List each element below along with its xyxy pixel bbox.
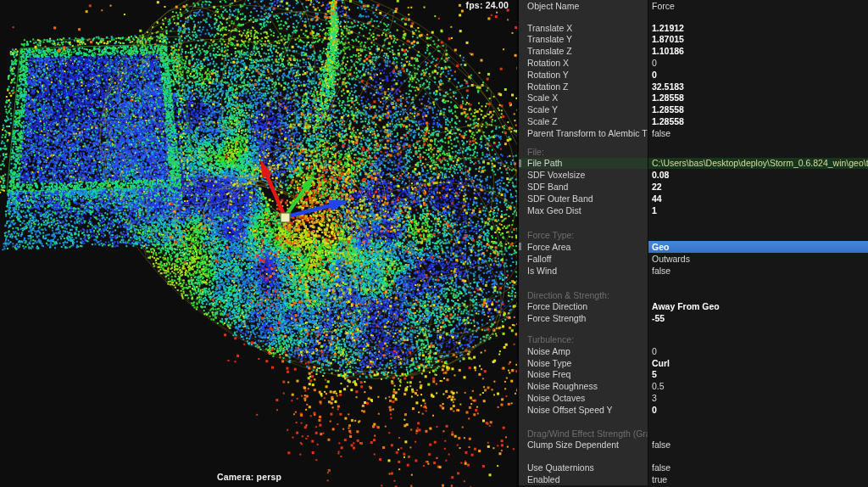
property-row-rotation-z[interactable]: Rotation Z32.5183: [519, 81, 868, 92]
spacer-label-column: [519, 277, 648, 289]
property-value[interactable]: 1.28558: [648, 104, 868, 115]
property-label: Noise Octaves: [519, 392, 648, 404]
property-row-force-strength[interactable]: Force Strength-55: [519, 312, 868, 324]
row-spacer: [519, 277, 868, 289]
row-spacer: [519, 12, 868, 22]
property-value[interactable]: true: [648, 473, 868, 485]
property-value[interactable]: -55: [648, 312, 868, 324]
property-row-is-wind[interactable]: Is Windfalse: [519, 265, 868, 277]
property-label: File Path: [519, 158, 648, 170]
property-row-parent-transform-to-alembic-trans[interactable]: Parent Transform to Alembic Trans...fals…: [519, 127, 868, 139]
property-value[interactable]: 0.5: [648, 380, 868, 392]
property-value[interactable]: false: [648, 127, 868, 139]
property-value[interactable]: Geo: [648, 241, 868, 253]
property-value[interactable]: 0.08: [648, 169, 868, 181]
property-row-sdf-outer-band[interactable]: SDF Outer Band44: [519, 193, 868, 204]
property-row-noise-amp[interactable]: Noise Amp0: [519, 345, 868, 357]
property-value[interactable]: Curl: [648, 357, 868, 369]
property-label: File:: [519, 146, 648, 158]
property-value[interactable]: 1.87015: [648, 34, 868, 46]
property-row-force-direction[interactable]: Force DirectionAway From Geo: [519, 301, 868, 313]
property-row-noise-offset-speed-y[interactable]: Noise Offset Speed Y0: [519, 404, 868, 416]
property-value[interactable]: 3: [648, 392, 868, 404]
property-row-noise-freq[interactable]: Noise Freq5: [519, 369, 868, 381]
property-row-clump-size-dependent[interactable]: Clump Size Dependentfalse: [519, 439, 868, 451]
property-label: Scale X: [519, 92, 648, 104]
property-row-object-name[interactable]: Object NameForce: [519, 0, 868, 12]
property-label: Object Name: [519, 0, 648, 12]
property-label: Max Geo Dist: [519, 204, 648, 216]
property-row-sdf-voxelsize[interactable]: SDF Voxelsize0.08: [519, 169, 868, 181]
row-spacer: [519, 139, 868, 146]
property-label: Noise Freq: [519, 369, 648, 381]
viewport-canvas[interactable]: [0, 0, 517, 487]
property-label: Falloff: [519, 253, 648, 265]
property-value[interactable]: 1: [648, 204, 868, 216]
property-value[interactable]: 0: [648, 69, 868, 81]
property-value[interactable]: 5: [648, 369, 868, 381]
property-row-translate-z[interactable]: Translate Z1.10186: [519, 45, 868, 57]
property-label: Is Wind: [519, 265, 648, 277]
spacer-label-column: [519, 139, 648, 146]
property-row-noise-roughness[interactable]: Noise Roughness0.5: [519, 380, 868, 392]
property-label: Translate X: [519, 22, 648, 34]
property-label: Turbulence:: [519, 333, 648, 345]
section-header-force-type: Force Type:: [519, 230, 868, 242]
property-label: Noise Amp: [519, 345, 648, 357]
property-value[interactable]: false: [648, 462, 868, 473]
spacer-label-column: [519, 12, 648, 22]
property-row-falloff[interactable]: FalloffOutwards: [519, 253, 868, 265]
section-header-file: File:: [519, 146, 868, 158]
property-value[interactable]: C:\Users\bas\Desktop\deploy\Storm_0.6.82…: [648, 158, 868, 170]
property-value[interactable]: 22: [648, 181, 868, 193]
property-row-enabled[interactable]: Enabledtrue: [519, 473, 868, 485]
property-row-scale-x[interactable]: Scale X1.28558: [519, 92, 868, 104]
viewport-3d: fps: 24.00 Camera: persp: [0, 0, 517, 487]
spacer-value-column: [648, 324, 868, 333]
property-value[interactable]: false: [648, 265, 868, 277]
property-value[interactable]: 0: [648, 404, 868, 416]
property-value[interactable]: Outwards: [648, 253, 868, 265]
property-row-max-geo-dist[interactable]: Max Geo Dist1: [519, 204, 868, 216]
spacer-value-column: [648, 216, 868, 230]
property-row-noise-octaves[interactable]: Noise Octaves3: [519, 392, 868, 404]
property-value[interactable]: 1.28558: [648, 115, 868, 127]
property-label: Parent Transform to Alembic Trans...: [519, 127, 648, 139]
property-label: SDF Voxelsize: [519, 169, 648, 181]
property-row-rotation-x[interactable]: Rotation X0: [519, 57, 868, 69]
property-row-translate-y[interactable]: Translate Y1.87015: [519, 34, 868, 46]
row-spacer: [519, 451, 868, 462]
property-value[interactable]: 1.28558: [648, 92, 868, 104]
property-row-scale-z[interactable]: Scale Z1.28558: [519, 115, 868, 127]
property-value[interactable]: 1.10186: [648, 45, 868, 57]
property-row-force-area[interactable]: Force AreaGeo: [519, 241, 868, 253]
property-value[interactable]: 0: [648, 57, 868, 69]
property-value[interactable]: 1.21912: [648, 22, 868, 34]
property-label: Noise Type: [519, 357, 648, 369]
property-row-sdf-band[interactable]: SDF Band22: [519, 181, 868, 193]
camera-label: Camera: persp: [217, 472, 281, 482]
fps-counter: fps: 24.00: [466, 0, 509, 10]
section-header-drag-wind-effect-strength-granu: Drag/Wind Effect Strength (Granu...: [519, 428, 868, 439]
property-value[interactable]: Away From Geo: [648, 301, 868, 313]
row-spacer: [519, 324, 868, 333]
spacer-value-column: [648, 277, 868, 289]
property-value[interactable]: 32.5183: [648, 81, 868, 92]
property-rows: Object NameForceTranslate X1.21912Transl…: [519, 0, 868, 487]
property-label: Scale Y: [519, 104, 648, 115]
property-value[interactable]: 44: [648, 193, 868, 204]
property-value[interactable]: 0: [648, 345, 868, 357]
property-row-scale-y[interactable]: Scale Y1.28558: [519, 104, 868, 115]
property-row-noise-type[interactable]: Noise TypeCurl: [519, 357, 868, 369]
property-row-use-quaternions[interactable]: Use Quaternionsfalse: [519, 462, 868, 473]
property-value: [648, 230, 868, 242]
property-row-file-path[interactable]: File PathC:\Users\bas\Desktop\deploy\Sto…: [519, 158, 868, 170]
property-row-rotation-y[interactable]: Rotation Y0: [519, 69, 868, 81]
property-value[interactable]: Force: [648, 0, 868, 12]
property-value[interactable]: false: [648, 439, 868, 451]
property-row-translate-x[interactable]: Translate X1.21912: [519, 22, 868, 34]
modified-row-tick: [519, 160, 521, 167]
property-label: Rotation Y: [519, 69, 648, 81]
spacer-label-column: [519, 324, 648, 333]
property-label: SDF Band: [519, 181, 648, 193]
